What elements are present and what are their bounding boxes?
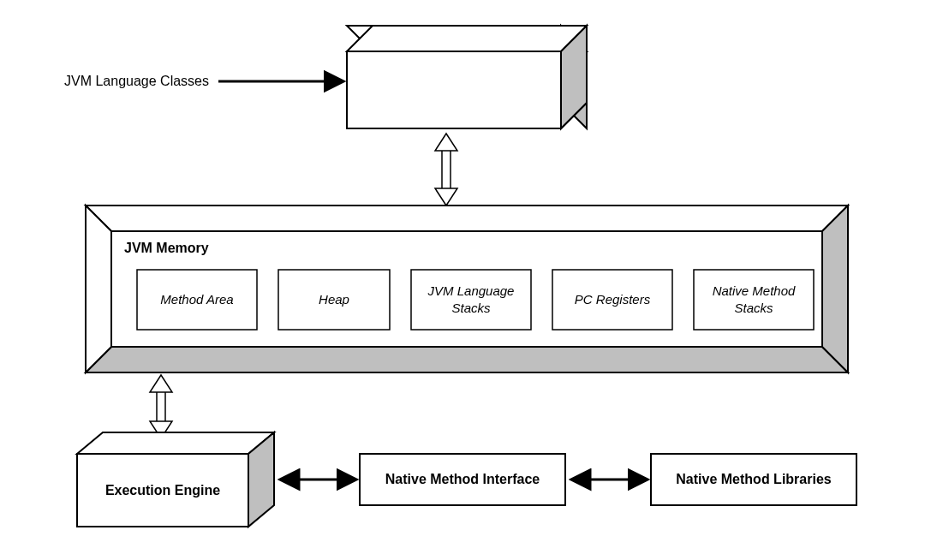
double-arrow-memory-exec	[150, 375, 172, 438]
svg-marker-16	[86, 206, 111, 372]
memory-area-heap: Heap	[278, 270, 390, 330]
jvm-architecture-diagram: Class Loader JVM Language Classes JVM Me…	[0, 0, 925, 560]
double-arrow-classloader-memory	[435, 134, 457, 206]
jvm-memory-title: JVM Memory	[124, 241, 209, 255]
memory-area-pc: PC Registers	[552, 270, 672, 330]
svg-marker-26	[77, 432, 274, 454]
svg-rect-23	[157, 390, 165, 424]
svg-marker-15	[86, 347, 848, 372]
svg-marker-24	[150, 375, 172, 392]
svg-marker-14	[86, 206, 848, 231]
memory-area-pc-label: PC Registers	[575, 292, 651, 307]
memory-area-stacks-line1: JVM Language	[427, 283, 515, 298]
svg-rect-22	[694, 270, 814, 330]
svg-marker-17	[822, 206, 848, 372]
nmi-label: Native Method Interface	[385, 472, 540, 486]
execution-engine-box: Execution Engine	[77, 432, 274, 527]
memory-area-stacks-line2: Stacks	[451, 301, 491, 315]
memory-area-native-line1: Native Method	[713, 283, 796, 298]
memory-area-stacks: JVM Language Stacks	[411, 270, 531, 330]
svg-rect-10	[442, 147, 451, 192]
class-loader-cuboid	[347, 26, 587, 128]
nml-box: Native Method Libraries	[651, 454, 856, 505]
memory-area-method: Method Area	[137, 270, 257, 330]
svg-marker-11	[435, 134, 457, 151]
jvm-memory-block: JVM Memory Method Area Heap JVM Language…	[86, 206, 848, 372]
svg-rect-9	[347, 51, 561, 128]
memory-area-method-label: Method Area	[160, 292, 233, 307]
memory-area-heap-label: Heap	[319, 292, 349, 307]
nml-label: Native Method Libraries	[676, 472, 831, 486]
nmi-box: Native Method Interface	[360, 454, 565, 505]
execution-engine-label: Execution Engine	[105, 483, 220, 497]
svg-marker-7	[347, 26, 587, 51]
memory-area-native: Native Method Stacks	[694, 270, 814, 330]
svg-marker-12	[435, 188, 457, 206]
input-label: JVM Language Classes	[64, 74, 209, 88]
memory-area-native-line2: Stacks	[734, 301, 773, 315]
svg-rect-20	[411, 270, 531, 330]
